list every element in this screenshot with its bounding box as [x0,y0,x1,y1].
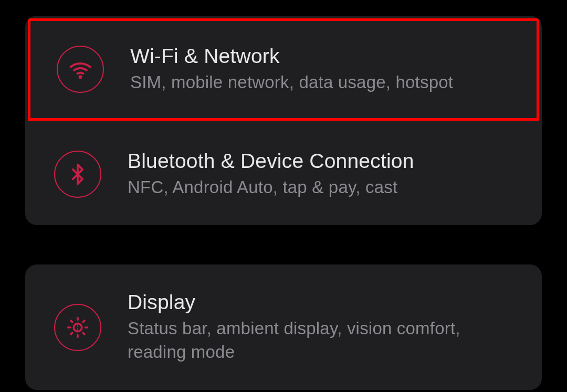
settings-item-bluetooth-device[interactable]: Bluetooth & Device Connection NFC, Andro… [25,123,542,226]
display-title: Display [128,291,521,314]
settings-item-wifi-network[interactable]: Wi-Fi & Network SIM, mobile network, dat… [28,18,539,121]
wifi-icon-circle [57,46,104,93]
brightness-icon [66,316,89,339]
svg-point-0 [80,76,81,78]
settings-card-network: Wi-Fi & Network SIM, mobile network, dat… [25,16,542,225]
wifi-title: Wi-Fi & Network [130,45,518,68]
wifi-subtitle: SIM, mobile network, data usage, hotspot [130,71,518,94]
display-text-content: Display Status bar, ambient display, vis… [128,291,521,364]
svg-line-9 [83,321,85,322]
bluetooth-icon [66,163,89,186]
svg-line-5 [83,333,85,334]
brightness-icon-circle [54,304,101,351]
bluetooth-text-content: Bluetooth & Device Connection NFC, Andro… [128,150,521,199]
display-subtitle: Status bar, ambient display, vision comf… [128,317,521,364]
settings-card-display: Display Status bar, ambient display, vis… [25,264,542,390]
bluetooth-title: Bluetooth & Device Connection [128,150,521,173]
svg-line-8 [71,333,72,334]
bluetooth-subtitle: NFC, Android Auto, tap & pay, cast [128,176,521,199]
wifi-text-content: Wi-Fi & Network SIM, mobile network, dat… [130,45,518,94]
svg-line-4 [71,321,72,322]
wifi-icon [69,58,92,81]
settings-item-display[interactable]: Display Status bar, ambient display, vis… [25,264,542,390]
bluetooth-icon-circle [54,151,101,198]
